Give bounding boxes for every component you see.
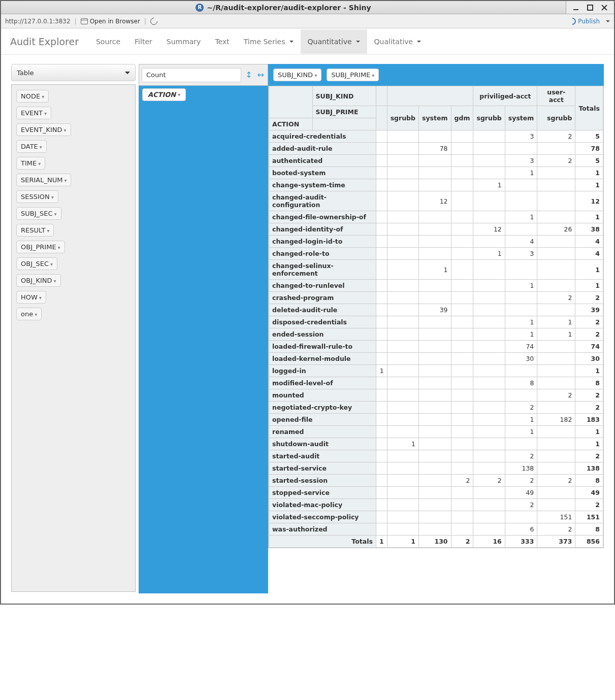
nav-text[interactable]: Text <box>208 29 236 54</box>
reload-button[interactable] <box>150 18 157 25</box>
unused-fields-box[interactable]: NODE▾EVENT▾EVENT_KIND▾DATE▾TIME▾SERIAL_N… <box>11 84 136 592</box>
cell <box>419 223 451 236</box>
nav-qualitative[interactable]: Qualitative <box>367 29 429 54</box>
header-prime: system <box>419 106 451 130</box>
cell <box>451 365 473 377</box>
cell: 2 <box>537 389 575 402</box>
col-total: 1 <box>376 536 387 548</box>
cell: 2 <box>537 155 575 167</box>
field-pill-serial_num[interactable]: SERIAL_NUM▾ <box>16 174 71 186</box>
nav-filter[interactable]: Filter <box>127 29 159 54</box>
cell <box>451 462 473 475</box>
row-label: loaded-kernel-module <box>269 353 376 365</box>
minimize-button[interactable] <box>570 3 581 13</box>
header-prime: sgrubb <box>537 106 575 130</box>
row-total: 30 <box>575 353 603 365</box>
table-row: started-audit22 <box>269 450 603 462</box>
field-pill-time[interactable]: TIME▾ <box>16 157 45 170</box>
chevron-down-icon: ▾ <box>38 161 41 166</box>
table-row: changed-audit-configuration1212 <box>269 191 603 211</box>
field-pill-obj_sec[interactable]: OBJ_SEC▾ <box>16 257 57 270</box>
table-row: disposed-credentials112 <box>269 316 603 328</box>
field-pill-one[interactable]: one▾ <box>16 308 42 320</box>
chevron-down-icon: ▾ <box>314 73 317 78</box>
cell <box>537 462 575 475</box>
row-fields-box[interactable]: ACTION▾ <box>139 86 268 593</box>
renderer-select[interactable]: Table <box>11 64 136 81</box>
grand-total: 856 <box>575 536 603 548</box>
row-label: stopped-service <box>269 487 376 499</box>
field-pill-result[interactable]: RESULT▾ <box>16 224 54 237</box>
close-button[interactable] <box>599 3 610 13</box>
field-pill-session[interactable]: SESSION▾ <box>16 190 58 203</box>
app-icon: R <box>196 4 204 12</box>
table-row: modified-level-of88 <box>269 377 603 389</box>
nav-time-series[interactable]: Time Series <box>237 29 301 54</box>
cell <box>473 426 505 438</box>
maximize-button[interactable] <box>585 3 596 13</box>
open-in-browser-button[interactable]: Open in Browser <box>81 18 140 25</box>
cell <box>376 292 387 304</box>
header-kind-group: user-acct <box>537 86 575 106</box>
row-total: 2 <box>575 450 603 462</box>
field-pill-obj_prime[interactable]: OBJ_PRIME▾ <box>16 241 65 253</box>
app-brand: Audit Explorer <box>10 36 79 47</box>
cell <box>473 236 505 248</box>
cell <box>387 328 418 341</box>
nav-quantitative[interactable]: Quantitative <box>301 29 367 54</box>
field-pill-event_kind[interactable]: EVENT_KIND▾ <box>16 123 71 136</box>
field-pill-subj_prime[interactable]: SUBJ_PRIME▾ <box>327 69 379 81</box>
cell <box>451 353 473 365</box>
publish-button[interactable]: Publish <box>569 18 600 25</box>
cell <box>419 426 451 438</box>
field-pill-event[interactable]: EVENT▾ <box>16 107 51 119</box>
field-pill-how[interactable]: HOW▾ <box>16 291 46 304</box>
cell <box>473 511 505 523</box>
aggregator-select-value: Count <box>146 71 166 79</box>
nav-source[interactable]: Source <box>89 29 127 54</box>
cell <box>419 292 451 304</box>
table-row: shutdown-audit11 <box>269 438 603 450</box>
table-row: authenticated325 <box>269 155 603 167</box>
nav-summary[interactable]: Summary <box>159 29 208 54</box>
row-total: 2 <box>575 316 603 328</box>
cell <box>451 523 473 536</box>
cell <box>376 211 387 223</box>
field-pill-obj_kind[interactable]: OBJ_KIND▾ <box>16 274 61 287</box>
col-total: 373 <box>537 536 575 548</box>
field-pill-node[interactable]: NODE▾ <box>16 90 49 103</box>
cell <box>376 236 387 248</box>
cell <box>419 341 451 353</box>
row-label: deleted-audit-rule <box>269 304 376 316</box>
col-total: 2 <box>451 536 473 548</box>
cell: 2 <box>537 475 575 487</box>
cell <box>451 487 473 499</box>
cell <box>451 143 473 155</box>
publish-dropdown-caret[interactable] <box>606 20 610 22</box>
table-row: violated-seccomp-policy151151 <box>269 511 603 523</box>
cell <box>419 316 451 328</box>
sort-horiz-button[interactable]: ↔ <box>256 70 265 80</box>
header-prime: sgrubb <box>473 106 505 130</box>
field-pill-subj_sec[interactable]: SUBJ_SEC▾ <box>16 207 61 220</box>
cell <box>376 248 387 260</box>
cell <box>376 304 387 316</box>
cell <box>537 365 575 377</box>
cell: 3 <box>505 248 537 260</box>
table-row: deleted-audit-rule3939 <box>269 304 603 316</box>
column-fields-box[interactable]: SUBJ_KIND▾SUBJ_PRIME▾ <box>268 64 604 86</box>
cell <box>473 353 505 365</box>
cell <box>419 475 451 487</box>
table-row: change-system-time11 <box>269 179 603 191</box>
row-total: 1 <box>575 167 603 179</box>
cell <box>473 167 505 179</box>
cell <box>376 402 387 414</box>
cell <box>419 155 451 167</box>
table-row: renamed11 <box>269 426 603 438</box>
aggregator-select[interactable]: Count <box>142 68 241 82</box>
sort-vert-button[interactable]: ↕ <box>244 70 253 80</box>
field-pill-subj_kind[interactable]: SUBJ_KIND▾ <box>273 69 321 81</box>
separator: | <box>75 18 77 25</box>
field-pill-action[interactable]: ACTION▾ <box>142 88 186 101</box>
field-pill-date[interactable]: DATE▾ <box>16 140 47 153</box>
